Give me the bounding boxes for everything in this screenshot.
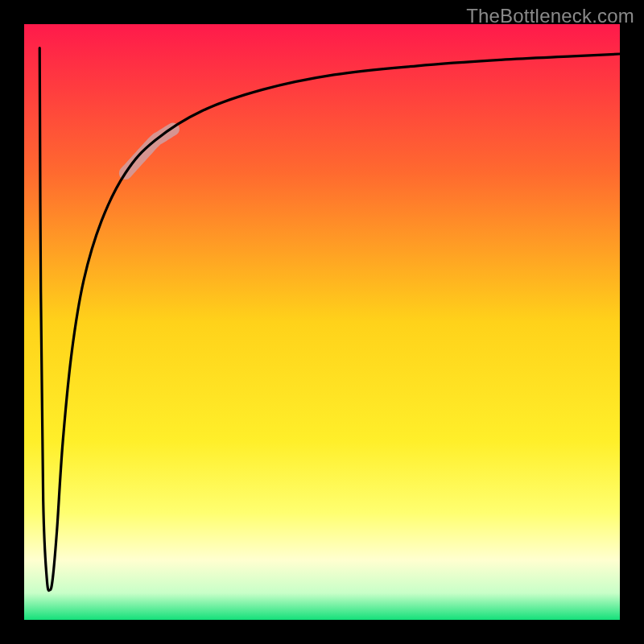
attribution-text: TheBottleneck.com bbox=[466, 5, 634, 27]
chart-plot-background bbox=[24, 24, 620, 620]
chart-svg bbox=[0, 0, 644, 644]
chart-stage: TheBottleneck.com bbox=[0, 0, 644, 644]
